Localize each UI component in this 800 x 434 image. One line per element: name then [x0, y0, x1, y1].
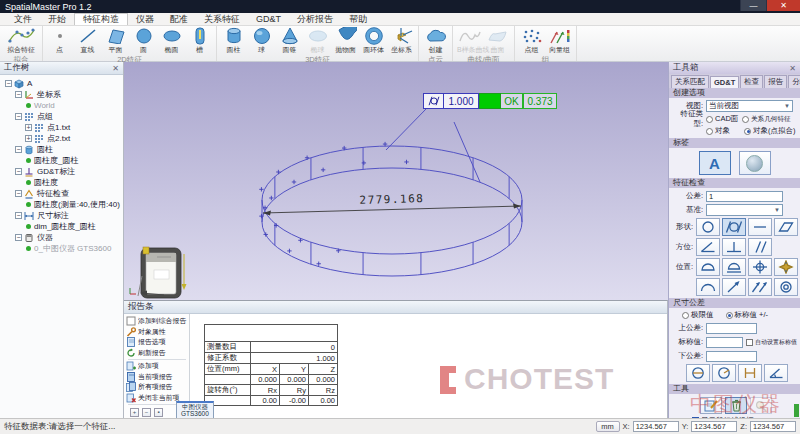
edit-note-button[interactable]: [700, 397, 722, 414]
arc-symbol-button[interactable]: [696, 278, 720, 296]
tolerance-input[interactable]: 1: [706, 191, 783, 202]
tree-item[interactable]: −坐标系: [2, 89, 123, 100]
tree-expander-icon[interactable]: −: [15, 190, 22, 197]
ribbon-button-fit-curve[interactable]: 拟合特征: [3, 27, 39, 55]
menu-item-帮助[interactable]: 帮助: [341, 13, 375, 25]
parallelism-symbol-button[interactable]: [748, 238, 772, 256]
tree-item[interactable]: −仪器: [2, 232, 123, 243]
menu-item-开始[interactable]: 开始: [40, 13, 74, 25]
unit-button[interactable]: mm: [596, 421, 620, 432]
tree-item[interactable]: −圆柱: [2, 144, 123, 155]
gdt-callout[interactable]: 1.000 OK 0.373: [423, 93, 557, 109]
menu-item-文件[interactable]: 文件: [6, 13, 40, 25]
tree-expander-icon[interactable]: +: [25, 124, 32, 131]
x-coordinate-field[interactable]: 1234.567: [633, 421, 679, 432]
menu-item-仪器[interactable]: 仪器: [128, 13, 162, 25]
radio-object-point-fit[interactable]: [744, 128, 751, 135]
total-runout-symbol-button[interactable]: [748, 278, 772, 296]
tree-item[interactable]: dim_圆柱度_圆柱: [2, 221, 123, 232]
work-tree-close-icon[interactable]: ✕: [112, 64, 119, 73]
profile-line-symbol-button[interactable]: [696, 258, 720, 276]
label-bubble-button[interactable]: [739, 151, 771, 175]
tree-item[interactable]: −GD&T标注: [2, 166, 123, 177]
radio-limit-value[interactable]: [682, 312, 689, 319]
roundness-symbol-button[interactable]: [696, 218, 720, 236]
tracker-instrument-model[interactable]: [130, 247, 187, 298]
tree-item[interactable]: 0_中图仪器 GTS3600: [2, 243, 123, 254]
close-button[interactable]: ✕: [766, 0, 800, 11]
toolbox-tab-GD&T[interactable]: GD&T: [710, 76, 739, 88]
concentricity-symbol-button[interactable]: [774, 278, 798, 296]
menu-item-特征构造[interactable]: 特征构造: [74, 13, 128, 25]
ribbon-button-torus[interactable]: 圆环体: [360, 27, 387, 55]
tree-item[interactable]: 圆柱度(测量:40,使用:40): [2, 199, 123, 210]
instrument-tab[interactable]: 中图仪器 GTS3600: [176, 401, 214, 418]
ribbon-button-plane[interactable]: 平面: [102, 27, 129, 55]
angularity-symbol-button[interactable]: [696, 238, 720, 256]
delete-button[interactable]: [725, 397, 747, 414]
ribbon-button-circle[interactable]: 圆: [130, 27, 157, 55]
tree-item[interactable]: +点2.txt: [2, 133, 123, 144]
tree-expander-icon[interactable]: −: [15, 113, 22, 120]
tree-item[interactable]: −点组: [2, 111, 123, 122]
radio-cad-face[interactable]: [706, 116, 713, 123]
report-action-refresh[interactable]: 刷新报告: [126, 348, 188, 359]
ribbon-button-cylinder[interactable]: 圆柱: [220, 27, 247, 55]
scrollbar-fragment[interactable]: [794, 404, 799, 417]
toolbox-tab-报告[interactable]: 报告: [764, 75, 787, 88]
report-action-all[interactable]: 所有项报告: [126, 382, 188, 393]
z-coordinate-field[interactable]: 1234.567: [750, 421, 796, 432]
report-action-add[interactable]: 添加项: [126, 361, 188, 372]
tree-expander-icon[interactable]: −: [15, 234, 22, 241]
ribbon-button-vector-group[interactable]: 向量组: [546, 27, 573, 55]
toolbox-tab-关系匹配[interactable]: 关系匹配: [671, 75, 709, 88]
radio-relation-geometry[interactable]: [742, 116, 749, 123]
tree-item[interactable]: 圆柱度_圆柱: [2, 155, 123, 166]
menu-item-GD&T[interactable]: GD&T: [248, 13, 289, 25]
radio-nominal-value[interactable]: [726, 312, 733, 319]
report-action-wrench[interactable]: 对象属性: [126, 327, 188, 338]
ribbon-button-point[interactable]: 点: [46, 27, 73, 55]
ribbon-button-line[interactable]: 直线: [74, 27, 101, 55]
report-action-chk[interactable]: 添加到综合报告: [126, 316, 188, 327]
report-action-page[interactable]: 报告选项: [126, 337, 188, 348]
profile-surface-symbol-button[interactable]: [722, 258, 746, 276]
report-action-cur[interactable]: 当前项报告: [126, 372, 188, 383]
report-mini-button[interactable]: ▪: [154, 408, 163, 417]
toolbox-tab-分析[interactable]: 分析: [788, 75, 800, 88]
auto-nominal-checkbox[interactable]: [746, 339, 753, 346]
tree-expander-icon[interactable]: −: [15, 91, 22, 98]
ribbon-button-cone[interactable]: 圆锥: [276, 27, 303, 55]
straightness-symbol-button[interactable]: [748, 218, 772, 236]
y-coordinate-field[interactable]: 1234.567: [691, 421, 737, 432]
ribbon-button-cloud[interactable]: 创建: [422, 27, 449, 55]
toolbox-tab-检查[interactable]: 检查: [740, 75, 763, 88]
label-text-button[interactable]: A: [699, 151, 731, 175]
angle-symbol-button[interactable]: [764, 364, 788, 382]
minimize-button[interactable]: —: [740, 0, 766, 11]
lower-tol-input[interactable]: [706, 351, 757, 362]
report-mini-button[interactable]: −: [142, 408, 151, 417]
view-select[interactable]: 当前视图 ▼: [706, 100, 793, 112]
tree-expander-icon[interactable]: +: [25, 135, 32, 142]
menu-item-配准[interactable]: 配准: [162, 13, 196, 25]
position-symbol-button[interactable]: [748, 258, 772, 276]
tree-expander-icon[interactable]: −: [15, 168, 22, 175]
perpendicularity-symbol-button[interactable]: [722, 238, 746, 256]
cylindricity-symbol-button[interactable]: [722, 218, 746, 236]
diameter-symbol-button[interactable]: [686, 364, 710, 382]
datum-select[interactable]: ▼: [706, 204, 783, 216]
toolbox-close-icon[interactable]: ✕: [789, 64, 796, 73]
menu-item-分析报告[interactable]: 分析报告: [289, 13, 341, 25]
runout-symbol-button[interactable]: [722, 278, 746, 296]
tree-expander-icon[interactable]: −: [15, 212, 22, 219]
radius-symbol-button[interactable]: [712, 364, 736, 382]
upper-tol-input[interactable]: [706, 323, 757, 334]
ribbon-button-csys[interactable]: 坐标系: [388, 27, 415, 55]
tree-item[interactable]: −特征检查: [2, 188, 123, 199]
tree-expander-icon[interactable]: −: [15, 146, 22, 153]
ribbon-button-point-group[interactable]: 点组: [518, 27, 545, 55]
tree-item[interactable]: 圆柱度: [2, 177, 123, 188]
nominal-input[interactable]: [706, 337, 743, 348]
tree-item[interactable]: World: [2, 100, 123, 111]
